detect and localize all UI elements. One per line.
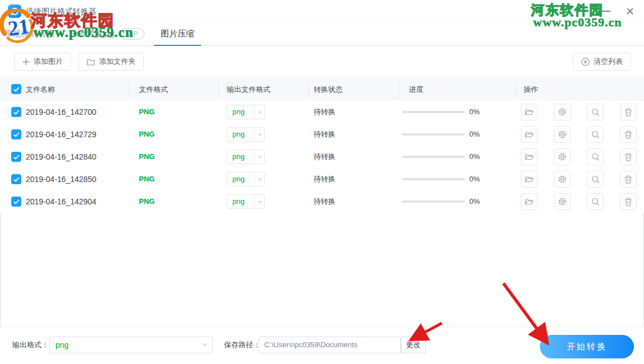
clear-circle-x-icon: [581, 58, 590, 66]
magnifier-icon: [591, 130, 600, 139]
start-convert-button[interactable]: 开始转换: [540, 335, 634, 358]
trash-icon: [624, 198, 632, 206]
footer-bar: 输出格式： png 保存路径： C:\Users\pc0359\Document…: [0, 326, 644, 364]
file-name: 2019-04-16_142729: [26, 123, 96, 146]
output-format-dropdown[interactable]: png: [227, 127, 265, 142]
preview-button[interactable]: [587, 148, 604, 165]
output-format-dropdown[interactable]: png: [227, 172, 265, 186]
header-progress: 进度: [409, 78, 423, 101]
tab-normal-format-convert[interactable]: 常规格式转换: [4, 22, 55, 46]
progress-percent: 0%: [469, 123, 480, 146]
close-icon: ✕: [626, 5, 634, 18]
trash-icon: [624, 108, 632, 116]
file-format: PNG: [139, 190, 155, 213]
row-checkbox[interactable]: [11, 174, 21, 184]
table-row: 2019-04-16_142904 PNG png 待转换 0%: [0, 190, 644, 213]
settings-button[interactable]: [554, 104, 571, 120]
preview-button[interactable]: [587, 104, 604, 120]
output-format-value: png: [232, 128, 245, 141]
output-format-value: png: [55, 337, 68, 353]
minimize-icon: [602, 11, 610, 12]
open-folder-button[interactable]: [521, 148, 538, 165]
delete-button[interactable]: [620, 126, 637, 143]
header-status: 转换状态: [314, 78, 343, 101]
delete-button[interactable]: [620, 148, 637, 165]
open-folder-button[interactable]: [521, 171, 538, 188]
chevron-down-icon: [202, 341, 208, 348]
open-folder-icon: [525, 153, 534, 161]
table-row: 2019-04-16_142850 PNG png 待转换 0%: [0, 168, 644, 190]
select-all-checkbox[interactable]: [11, 84, 21, 94]
plus-icon: [22, 58, 30, 66]
app-window: ✦ 迅捷图片格式转换器 ✕ 常规格式转换 Heic转换jpg VIP 图片压缩 …: [0, 0, 644, 364]
file-format: PNG: [139, 101, 155, 123]
trash-icon: [624, 175, 632, 184]
chevron-down-icon: [254, 150, 264, 164]
clear-list-button[interactable]: 清空列表: [573, 53, 631, 71]
tab-image-compress[interactable]: 图片压缩: [154, 22, 201, 46]
row-checkbox[interactable]: [11, 197, 21, 207]
delete-button[interactable]: [620, 104, 637, 120]
row-checkbox[interactable]: [11, 129, 21, 139]
conversion-status: 待转换: [314, 168, 335, 190]
magnifier-icon: [591, 108, 600, 116]
gear-icon: [558, 152, 567, 161]
chevron-down-icon: [254, 195, 264, 208]
output-format-dropdown[interactable]: png: [227, 150, 265, 164]
tab-heic-to-jpg[interactable]: Heic转换jpg: [69, 22, 114, 46]
progress-bar: [402, 133, 465, 136]
progress-bar: [402, 178, 465, 180]
output-format-dropdown[interactable]: png: [227, 194, 265, 209]
settings-button[interactable]: [554, 171, 571, 188]
title-bar: ✦ 迅捷图片格式转换器 ✕: [0, 0, 644, 22]
output-format-value: png: [232, 150, 245, 164]
magnifier-icon: [591, 153, 600, 161]
progress-percent: 0%: [469, 168, 480, 190]
add-folder-button[interactable]: 添加文件夹: [78, 53, 144, 71]
change-path-button[interactable]: 更改: [401, 337, 426, 353]
settings-button[interactable]: [554, 126, 571, 143]
table-row: 2019-04-16_142840 PNG png 待转换 0%: [0, 146, 644, 168]
row-checkbox[interactable]: [11, 107, 21, 117]
add-image-button[interactable]: 添加图片: [14, 53, 71, 71]
close-button[interactable]: ✕: [621, 3, 639, 20]
gear-icon: [558, 130, 567, 139]
app-title: 迅捷图片格式转换器: [26, 0, 96, 22]
file-format: PNG: [139, 123, 155, 146]
file-name: 2019-04-16_142850: [26, 168, 96, 190]
output-format-value: png: [232, 195, 245, 208]
delete-button[interactable]: [620, 193, 637, 210]
settings-button[interactable]: [554, 193, 571, 210]
tab-bar: 常规格式转换 Heic转换jpg VIP 图片压缩: [0, 22, 644, 46]
magnifier-icon: [591, 175, 600, 184]
output-format-select[interactable]: png: [49, 337, 213, 353]
settings-button[interactable]: [554, 148, 571, 165]
delete-button[interactable]: [620, 171, 637, 188]
open-folder-icon: [525, 108, 534, 116]
file-name: 2019-04-16_142840: [26, 146, 96, 168]
save-path-field[interactable]: C:\Users\pc0359\Documents: [259, 337, 401, 353]
open-folder-button[interactable]: [521, 104, 538, 120]
open-folder-icon: [525, 130, 534, 138]
progress-percent: 0%: [469, 190, 480, 213]
save-path-label: 保存路径：: [224, 327, 260, 364]
preview-button[interactable]: [587, 126, 604, 143]
output-format-dropdown[interactable]: png: [227, 105, 265, 119]
conversion-status: 待转换: [314, 146, 335, 168]
check-icon: [13, 110, 20, 115]
file-name: 2019-04-16_142904: [26, 190, 96, 213]
check-icon: [13, 155, 20, 160]
add-image-label: 添加图片: [34, 57, 63, 67]
table-header: 文件名称 文件格式 输出文件格式 转换状态 进度 操作: [0, 77, 644, 100]
minimize-button[interactable]: [597, 3, 615, 20]
preview-button[interactable]: [587, 193, 604, 210]
open-folder-button[interactable]: [521, 193, 538, 210]
file-format: PNG: [139, 146, 155, 168]
progress-bar: [402, 156, 465, 158]
preview-button[interactable]: [587, 171, 604, 188]
check-icon: [13, 199, 20, 204]
magnifier-icon: [591, 198, 600, 206]
row-checkbox[interactable]: [11, 152, 21, 162]
open-folder-button[interactable]: [521, 126, 538, 143]
output-format-label: 输出格式：: [12, 327, 49, 364]
